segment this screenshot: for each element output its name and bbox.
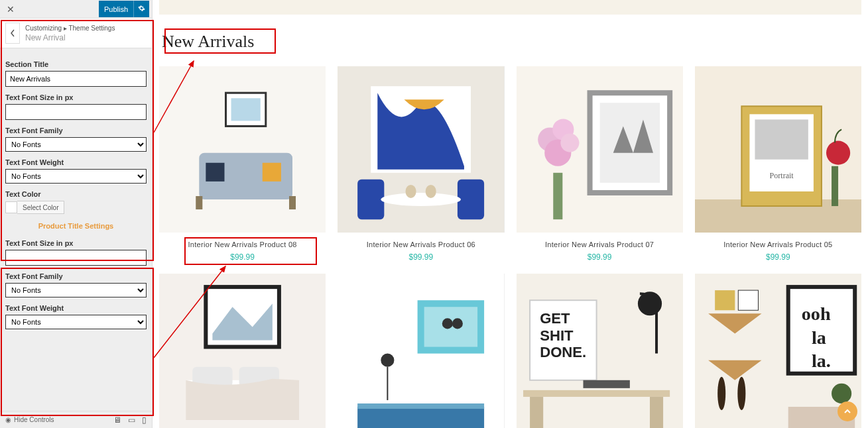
svg-rect-18 bbox=[553, 173, 562, 219]
product-card[interactable]: Interior New Arrivals Product 08 $99.99 bbox=[159, 66, 326, 262]
svg-text:la: la bbox=[812, 327, 826, 348]
product-image bbox=[338, 274, 504, 428]
svg-point-65 bbox=[832, 384, 851, 403]
font-weight-label: Text Font Weight bbox=[5, 158, 147, 166]
svg-rect-51 bbox=[583, 380, 629, 388]
product-price: $99.99 bbox=[159, 252, 326, 262]
top-band bbox=[159, 0, 861, 15]
svg-rect-44 bbox=[357, 403, 484, 409]
svg-text:DONE.: DONE. bbox=[540, 344, 586, 360]
product-price: $99.99 bbox=[695, 252, 861, 262]
product-image bbox=[159, 66, 326, 233]
p-font-size-input[interactable] bbox=[5, 250, 147, 266]
svg-rect-50 bbox=[523, 390, 670, 397]
p-font-family-select[interactable]: No Fonts bbox=[5, 283, 147, 297]
svg-point-52 bbox=[637, 292, 661, 315]
svg-rect-5 bbox=[263, 163, 281, 182]
svg-point-12 bbox=[381, 193, 462, 206]
svg-text:Portrait: Portrait bbox=[769, 171, 794, 180]
svg-point-13 bbox=[406, 185, 416, 198]
product-title: Interior New Arrivals Product 05 bbox=[695, 241, 861, 248]
product-card[interactable] bbox=[159, 274, 326, 428]
settings-panel: Section Title Text Font Size in px Text … bbox=[0, 48, 152, 411]
product-price: $99.99 bbox=[517, 252, 683, 262]
product-image bbox=[338, 66, 504, 233]
sidebar-topbar: ✕ Publish bbox=[0, 0, 152, 19]
product-image: Portrait bbox=[695, 66, 861, 233]
svg-point-22 bbox=[560, 134, 579, 152]
product-title-settings-heading: Product Title Settings bbox=[5, 214, 147, 233]
collapse-icon: ◉ bbox=[5, 416, 11, 423]
svg-point-41 bbox=[381, 354, 395, 367]
hide-controls-button[interactable]: ◉ Hide Controls bbox=[5, 416, 54, 423]
product-title: Interior New Arrivals Product 06 bbox=[338, 241, 504, 248]
product-image bbox=[159, 274, 326, 428]
product-card[interactable]: Interior New Arrivals Product 07 $99.99 bbox=[517, 66, 683, 262]
svg-text:GET: GET bbox=[540, 311, 570, 327]
mobile-icon[interactable]: ▯ bbox=[142, 415, 147, 425]
select-color-button[interactable]: Select Color bbox=[17, 201, 64, 214]
p-font-weight-label: Text Font Weight bbox=[5, 304, 147, 312]
preview-pane: New Arrivals Interior New Arrivals Produ… bbox=[153, 0, 868, 428]
color-swatch[interactable] bbox=[5, 201, 17, 213]
svg-rect-17 bbox=[599, 103, 659, 183]
section-title-preview: New Arrivals bbox=[159, 27, 257, 57]
font-size-label: Text Font Size in px bbox=[5, 93, 147, 101]
font-size-input[interactable] bbox=[5, 104, 147, 120]
svg-point-40 bbox=[452, 319, 463, 329]
font-family-select[interactable]: No Fonts bbox=[5, 137, 147, 152]
panel-title: New Arrival bbox=[25, 33, 115, 42]
svg-rect-43 bbox=[357, 407, 484, 428]
product-card[interactable]: Interior New Arrivals Product 06 $99.99 bbox=[338, 66, 504, 262]
svg-point-30 bbox=[826, 141, 850, 165]
product-image: oohlala. bbox=[695, 274, 861, 428]
breadcrumb: Customizing ▸ Theme Settings bbox=[25, 25, 115, 32]
section-title-input[interactable] bbox=[5, 71, 147, 87]
scroll-top-button[interactable] bbox=[837, 401, 857, 421]
p-font-weight-select[interactable]: No Fonts bbox=[5, 315, 147, 329]
svg-point-39 bbox=[442, 319, 453, 329]
product-title: Interior New Arrivals Product 08 bbox=[159, 241, 326, 248]
svg-point-62 bbox=[717, 377, 725, 410]
svg-rect-10 bbox=[357, 180, 384, 219]
sidebar-bottombar: ◉ Hide Controls 🖥 ▭ ▯ bbox=[0, 411, 152, 428]
product-card[interactable]: Portrait Interior New Arrivals Product 0… bbox=[695, 66, 861, 262]
font-family-label: Text Font Family bbox=[5, 127, 147, 134]
svg-rect-0 bbox=[159, 66, 326, 233]
panel-header: Customizing ▸ Theme Settings New Arrival bbox=[0, 19, 152, 48]
svg-text:la.: la. bbox=[812, 350, 831, 371]
svg-point-14 bbox=[426, 185, 436, 198]
svg-rect-61 bbox=[738, 290, 758, 310]
product-card[interactable]: GETSHITDONE. bbox=[517, 274, 683, 428]
close-icon[interactable]: ✕ bbox=[3, 4, 19, 15]
p-font-family-label: Text Font Family bbox=[5, 272, 147, 280]
font-weight-select[interactable]: No Fonts bbox=[5, 169, 147, 184]
product-image bbox=[517, 66, 683, 233]
svg-rect-11 bbox=[458, 180, 484, 219]
back-button[interactable] bbox=[5, 23, 20, 44]
product-price: $99.99 bbox=[338, 252, 504, 262]
product-grid: Interior New Arrivals Product 08 $99.99 … bbox=[159, 66, 861, 428]
tablet-icon[interactable]: ▭ bbox=[128, 415, 135, 425]
p-font-size-label: Text Font Size in px bbox=[5, 239, 147, 247]
desktop-icon[interactable]: 🖥 bbox=[113, 415, 121, 425]
svg-rect-54 bbox=[650, 397, 663, 428]
product-card[interactable] bbox=[338, 274, 504, 428]
section-title-label: Section Title bbox=[5, 60, 147, 68]
svg-rect-7 bbox=[231, 98, 261, 121]
product-image: GETSHITDONE. bbox=[517, 274, 683, 428]
svg-rect-4 bbox=[206, 163, 224, 182]
text-color-label: Text Color bbox=[5, 190, 147, 198]
svg-text:ooh: ooh bbox=[802, 304, 831, 325]
svg-text:SHIT: SHIT bbox=[540, 327, 574, 344]
gear-icon[interactable] bbox=[133, 1, 149, 17]
svg-rect-42 bbox=[387, 367, 389, 400]
customizer-sidebar: ✕ Publish Customizing ▸ Theme Settings N… bbox=[0, 0, 153, 428]
publish-button[interactable]: Publish bbox=[99, 1, 133, 17]
svg-rect-3 bbox=[289, 196, 296, 209]
svg-rect-53 bbox=[530, 397, 543, 428]
svg-point-63 bbox=[737, 377, 745, 410]
svg-rect-60 bbox=[715, 290, 735, 310]
svg-rect-27 bbox=[755, 119, 808, 159]
product-card[interactable]: oohlala. bbox=[695, 274, 861, 428]
